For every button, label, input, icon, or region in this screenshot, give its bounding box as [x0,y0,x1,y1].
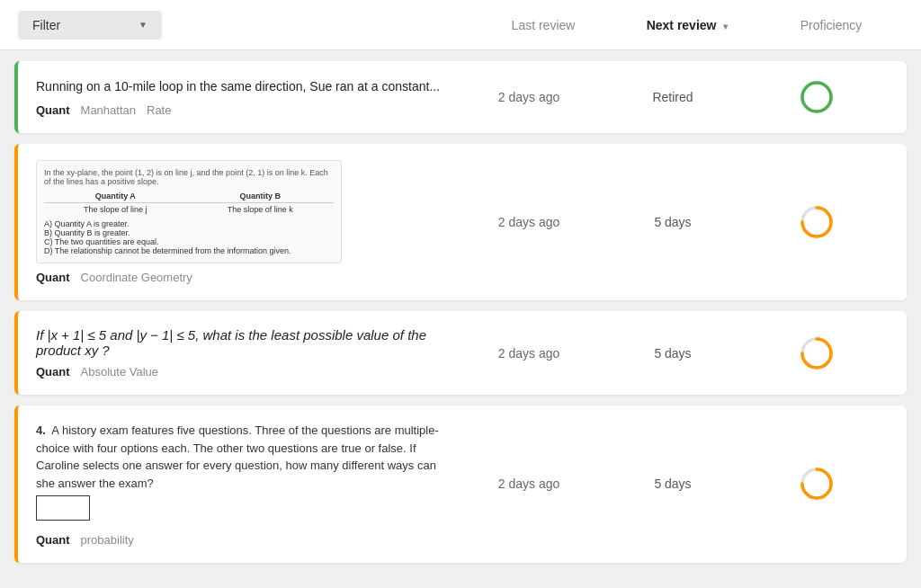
card-4-content: 4. A history exam features five question… [36,422,457,547]
card-4-proficiency [745,466,889,502]
sort-arrow-icon: ▾ [723,22,728,31]
card-2-tags: Quant Coordinate Geometry [36,271,457,284]
card-1-next-review: Retired [601,90,745,104]
card-1-tag-cat2: Rate [147,103,171,117]
card-3-next-review: 5 days [601,346,745,361]
card-1-tag-cat1: Manhattan [81,103,136,117]
card-4-answer-box [36,495,90,521]
header: Filter ▼ Last review Next review ▾ Profi… [0,0,921,50]
filter-label: Filter [32,18,60,32]
card-3-question: If |x + 1| ≤ 5 and |y − 1| ≤ 5, what is … [36,327,457,358]
header-columns: Last review Next review ▾ Proficiency [471,18,903,32]
card-4-question: 4. A history exam features five question… [36,422,457,526]
card-4-meta: 2 days ago 5 days [457,466,889,502]
card-1-tag-quant: Quant [36,103,70,117]
card-1-question: Running on a 10-mile loop in the same di… [36,77,457,96]
card-1-proficiency [745,79,889,115]
card-3[interactable]: If |x + 1| ≤ 5 and |y − 1| ≤ 5, what is … [14,311,907,395]
card-2-content: In the xy-plane, the point (1, 2) is on … [36,160,457,284]
card-2-image: In the xy-plane, the point (1, 2) is on … [36,160,342,263]
card-2-meta: 2 days ago 5 days [457,204,889,240]
card-1-content: Running on a 10-mile loop in the same di… [36,77,457,117]
card-3-meta: 2 days ago 5 days [457,335,889,371]
card-1[interactable]: Running on a 10-mile loop in the same di… [14,61,907,133]
card-4-tags: Quant probability [36,533,457,547]
card-4-next-review: 5 days [601,477,745,491]
card-1-last-review: 2 days ago [457,90,601,104]
next-review-label: Next review [647,18,717,32]
col-proficiency[interactable]: Proficiency [759,18,903,32]
card-4-tag-quant: Quant [36,533,70,547]
card-2-proficiency [745,204,889,240]
card-1-tags: Quant Manhattan Rate [36,103,457,117]
card-2-tag-category: Coordinate Geometry [81,271,192,284]
svg-point-1 [802,83,831,111]
card-3-proficiency [745,335,889,371]
col-next-review[interactable]: Next review ▾ [615,18,759,32]
card-4-last-review: 2 days ago [457,477,601,491]
card-3-tag-quant: Quant [36,365,70,379]
col-last-review[interactable]: Last review [471,18,615,32]
card-4[interactable]: 4. A history exam features five question… [14,405,907,563]
content-area: Running on a 10-mile loop in the same di… [0,50,921,574]
card-3-tag-category: Absolute Value [81,365,159,379]
card-1-meta: 2 days ago Retired [457,79,889,115]
card-3-last-review: 2 days ago [457,346,601,361]
proficiency-circle-icon [799,204,835,240]
card-2-tag-quant: Quant [36,271,70,284]
card-3-tags: Quant Absolute Value [36,365,457,379]
card-3-content: If |x + 1| ≤ 5 and |y − 1| ≤ 5, what is … [36,327,457,379]
proficiency-circle-icon [799,79,835,115]
filter-button[interactable]: Filter ▼ [18,11,162,40]
card-4-tag-category: probability [81,533,134,547]
card-2-last-review: 2 days ago [457,215,601,229]
card-2[interactable]: In the xy-plane, the point (1, 2) is on … [14,144,907,300]
proficiency-circle-icon [799,466,835,502]
card-2-next-review: 5 days [601,215,745,229]
proficiency-circle-icon [799,335,835,371]
chevron-down-icon: ▼ [139,20,148,30]
